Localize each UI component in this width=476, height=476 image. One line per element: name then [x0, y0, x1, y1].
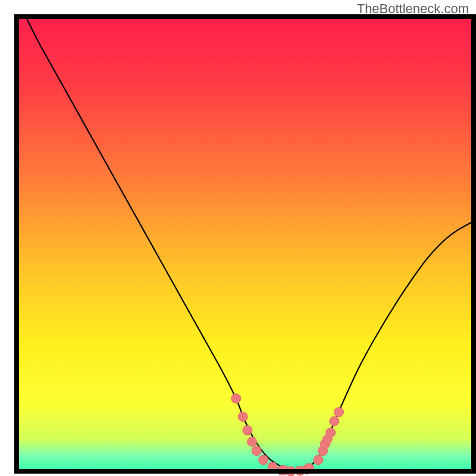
data-marker: [243, 425, 252, 435]
data-marker: [334, 408, 343, 417]
watermark-text: TheBottleneck.com: [357, 1, 469, 17]
data-marker: [248, 437, 257, 446]
data-marker: [330, 416, 339, 426]
chart-svg: [0, 0, 476, 476]
data-marker: [314, 455, 323, 465]
data-marker: [238, 412, 248, 421]
data-marker: [326, 428, 336, 437]
plot-background: [17, 17, 474, 471]
data-marker: [252, 446, 261, 456]
data-marker: [231, 394, 241, 403]
data-marker: [259, 455, 268, 465]
bottleneck-chart: TheBottleneck.com: [0, 0, 476, 476]
